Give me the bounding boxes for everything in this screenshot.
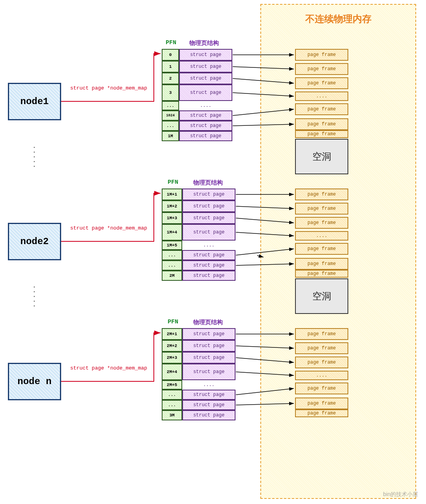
vdots: ····· [32, 285, 36, 308]
frame-ellipsis: .... [295, 91, 348, 101]
struct-header-1: 物理页结构 [189, 39, 219, 47]
pfn-header-2: PFN [168, 179, 178, 186]
struct-cell: struct page [179, 49, 232, 61]
frame-cell: page frame [295, 217, 348, 229]
pfn-header-1: PFN [166, 39, 176, 46]
pfn-cell: 1024 [162, 110, 179, 121]
frame-cell: page frame [295, 77, 348, 89]
struct-header-3: 物理页结构 [193, 319, 223, 326]
frame-cell: page frame [295, 189, 348, 200]
struct-cell: struct page [179, 110, 232, 121]
vdots: ····· [32, 145, 36, 169]
frame-cell: page frame [295, 118, 348, 130]
struct-cell: struct page [182, 271, 235, 281]
struct-header-2: 物理页结构 [193, 179, 223, 187]
pfn-cell: 2M+5 [162, 380, 182, 390]
pfn-cell: ... [162, 260, 182, 271]
frame-cell: page frame [295, 103, 348, 115]
pfn-cell: 2M+4 [162, 364, 182, 380]
pfn-cell: 2 [162, 73, 179, 84]
struct-cell: struct page [179, 131, 232, 141]
hole-cell: 空洞 [295, 139, 348, 174]
struct-ellipsis: .... [179, 101, 232, 110]
pfn-cell: 2M+2 [162, 340, 182, 352]
struct-cell: struct page [182, 200, 235, 212]
struct-cell: struct page [182, 224, 235, 241]
node1-box: node1 [8, 83, 61, 120]
struct-cell: struct page [182, 340, 235, 352]
frame-ellipsis: .... [295, 231, 348, 241]
pointer-label-3: struct page *node_mem_map [70, 365, 147, 371]
pfn-header-3: PFN [168, 319, 178, 325]
struct-cell: struct page [179, 61, 232, 73]
pfn-cell: ... [162, 390, 182, 400]
pfn-cell: ... [162, 101, 179, 110]
node2-label: node2 [20, 236, 49, 247]
frame-cell: page frame [295, 328, 348, 340]
pfn-cell: 2M [162, 271, 182, 281]
struct-cell: struct page [182, 212, 235, 224]
node2-box: node2 [8, 223, 61, 260]
noden-label: node n [17, 376, 51, 387]
frame-cell: page frame [295, 383, 348, 394]
pfn-cell: ... [162, 250, 182, 260]
pointer-label-2: struct page *node_mem_map [70, 225, 147, 231]
frame-cell: page frame [295, 130, 348, 138]
struct-cell: struct page [182, 250, 235, 260]
struct-cell: struct page [182, 189, 235, 200]
frame-cell: page frame [295, 258, 348, 270]
struct-cell: struct page [182, 260, 235, 271]
struct-cell: struct page [179, 73, 232, 84]
frame-cell: page frame [295, 398, 348, 409]
pfn-cell: 2M+3 [162, 352, 182, 364]
pfn-cell: 1M [162, 131, 179, 141]
pfn-cell: 1M+1 [162, 189, 182, 200]
node1-label: node1 [20, 96, 49, 107]
memory-title: 不连续物理内存 [305, 13, 372, 25]
frame-cell: page frame [295, 203, 348, 215]
pfn-cell: 1M+4 [162, 224, 182, 241]
struct-cell: struct page [182, 390, 235, 400]
frame-cell: page frame [295, 342, 348, 354]
frame-cell: page frame [295, 270, 348, 278]
pfn-cell: ... [162, 400, 182, 410]
frame-cell: page frame [295, 243, 348, 255]
struct-cell: struct page [179, 121, 232, 131]
frame-cell: page frame [295, 49, 348, 61]
struct-cell: struct page [182, 364, 235, 380]
hole-cell: 空洞 [295, 278, 348, 314]
pfn-cell: 1M+2 [162, 200, 182, 212]
pfn-cell: 1M+5 [162, 241, 182, 250]
pfn-cell: 3M [162, 410, 182, 420]
pfn-cell: 2M+1 [162, 328, 182, 340]
frame-cell: page frame [295, 357, 348, 368]
pfn-cell: 1 [162, 61, 179, 73]
struct-cell: struct page [182, 400, 235, 410]
struct-ellipsis: .... [182, 380, 235, 390]
noden-box: node n [8, 363, 61, 400]
struct-cell: struct page [182, 328, 235, 340]
pfn-cell: 3 [162, 84, 179, 101]
struct-cell: struct page [182, 410, 235, 420]
frame-ellipsis: .... [295, 371, 348, 380]
watermark: bin的技术小屋 [383, 491, 418, 498]
struct-ellipsis: .... [182, 241, 235, 250]
pfn-cell: ... [162, 121, 179, 131]
frame-cell: page frame [295, 409, 348, 417]
struct-cell: struct page [182, 352, 235, 364]
frame-cell: page frame [295, 63, 348, 75]
pointer-label-1: struct page *node_mem_map [70, 85, 147, 91]
struct-cell: struct page [179, 84, 232, 101]
pfn-cell: 0 [162, 49, 179, 61]
pfn-cell: 1M+3 [162, 212, 182, 224]
